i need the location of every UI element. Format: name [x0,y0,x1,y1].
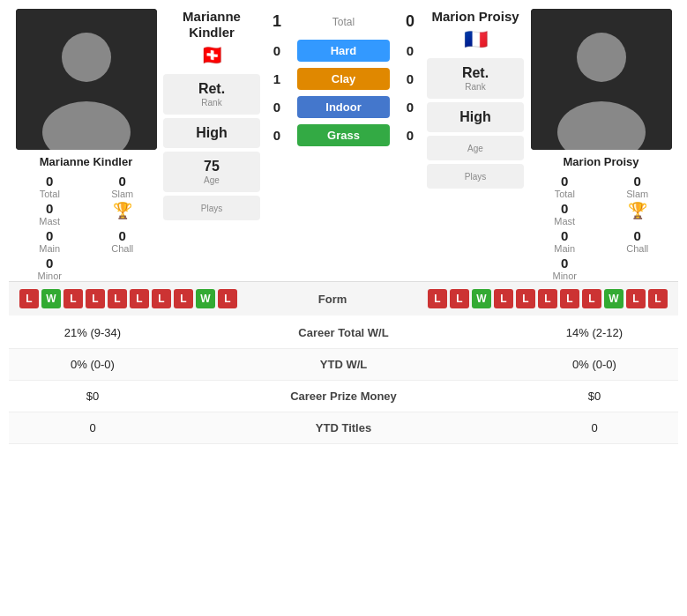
form-section: LWLLLLLLWL Form LLWLLLLLWLL [9,281,678,315]
right-stat-mast: 0 Mast [533,201,597,226]
form-badge-w: W [41,289,61,308]
left-high-box: High [163,118,260,148]
left-stat-mast: 0 Mast [18,201,82,226]
stats-left-3: 0 [22,421,163,434]
left-plays-box: Plays [163,196,260,220]
right-stat-total: 0 Total [533,174,597,199]
stats-row-3: 0 YTD Titles 0 [9,412,678,444]
form-badge-l: L [648,289,668,308]
right-player-name-header: Marion Proisy 🇫🇷 [427,9,524,51]
left-player-name: Marianne Kindler [40,155,132,168]
stats-right-3: 0 [524,421,665,434]
stats-row-1: 0% (0-0) YTD W/L 0% (0-0) [9,349,678,381]
right-trophy-icon: 🏆 [606,201,670,226]
left-player-name-header: Marianne Kindler 🇨🇭 [163,9,260,67]
stats-label-2: Career Prize Money [163,390,524,403]
stats-table: 21% (9-34) Career Total W/L 14% (2-12) 0… [9,317,678,444]
top-layout: Marianne Kindler 0 Total 0 Slam 0 Mast 🏆 [9,9,678,281]
left-player-stats: 0 Total 0 Slam 0 Mast 🏆 0 Main [9,174,163,281]
stats-right-2: $0 [524,390,665,403]
main-container: Marianne Kindler 0 Total 0 Slam 0 Mast 🏆 [0,0,687,453]
right-stat-minor: 0 Minor [533,256,597,281]
form-label: Form [306,293,359,306]
right-age-box: Age [427,136,524,160]
stats-row-2: $0 Career Prize Money $0 [9,381,678,412]
right-player-stats: 0 Total 0 Slam 0 Mast 🏆 0 Main [524,174,678,281]
left-stat-slam: 0 Slam [91,174,155,199]
left-rank-box: Ret. Rank [163,74,260,115]
right-rank-box: Ret. Rank [427,58,524,99]
form-badge-l: L [626,289,646,308]
surface-row-grass: 0 Grass 0 [264,122,423,148]
form-badge-l: L [19,289,39,308]
form-badge-w: W [604,289,624,308]
left-form-badges: LWLLLLLLWL [19,289,237,308]
surface-row-hard: 0 Hard 0 [264,38,423,63]
left-center-panel: Marianne Kindler 🇨🇭 Ret. Rank High 75 Ag… [163,9,260,224]
stats-label-3: YTD Titles [163,421,524,434]
left-player-block: Marianne Kindler 0 Total 0 Slam 0 Mast 🏆 [9,9,163,281]
left-stat-total: 0 Total [18,174,82,199]
form-badge-l: L [108,289,127,308]
right-form-badges: LLWLLLLLWLL [428,289,668,308]
form-badge-l: L [516,289,535,308]
right-stat-slam: 0 Slam [606,174,670,199]
left-trophy-icon: 🏆 [91,201,155,226]
form-badge-w: W [196,289,215,308]
form-badge-w: W [472,289,491,308]
stats-label-0: Career Total W/L [163,326,524,339]
left-stat-chall: 0 Chall [91,228,155,254]
right-high-box: High [427,102,524,132]
center-surfaces: 1 Total 0 0 Hard 0 1 Clay 0 0 Indoor [264,9,423,224]
stats-left-1: 0% (0-0) [22,358,163,371]
form-badge-l: L [63,289,83,308]
stats-label-1: YTD W/L [163,358,524,371]
right-plays-box: Plays [427,164,524,189]
form-badge-l: L [130,289,149,308]
form-badge-l: L [450,289,469,308]
form-badge-l: L [538,289,557,308]
stats-row-0: 21% (9-34) Career Total W/L 14% (2-12) [9,317,678,349]
stats-left-2: $0 [22,390,163,403]
stats-right-1: 0% (0-0) [524,358,665,371]
total-row: 1 Total 0 [264,9,423,34]
right-center-panel: Marion Proisy 🇫🇷 Ret. Rank High Age Play… [427,9,524,224]
stats-right-0: 14% (2-12) [524,326,665,339]
center-block: Marianne Kindler 🇨🇭 Ret. Rank High 75 Ag… [163,9,524,224]
right-stat-main: 0 Main [533,228,597,254]
form-badge-l: L [152,289,171,308]
stats-left-0: 21% (9-34) [22,326,163,339]
left-stat-main: 0 Main [18,228,82,254]
right-stat-chall: 0 Chall [606,228,670,254]
form-badge-l: L [494,289,513,308]
form-badge-l: L [560,289,579,308]
form-badge-l: L [218,289,237,308]
surface-row-indoor: 0 Indoor 0 [264,94,423,120]
left-player-avatar [16,9,157,150]
form-badge-l: L [428,289,447,308]
right-player-avatar [531,9,672,150]
left-age-box: 75 Age [163,152,260,192]
surface-row-clay: 1 Clay 0 [264,66,423,92]
left-stat-minor: 0 Minor [18,256,82,281]
right-player-block: Marion Proisy 0 Total 0 Slam 0 Mast 🏆 [524,9,678,281]
form-badge-l: L [86,289,105,308]
svg-point-4 [577,33,626,82]
form-badge-l: L [582,289,601,308]
right-player-name: Marion Proisy [564,155,639,168]
svg-point-1 [62,33,111,82]
form-badge-l: L [174,289,193,308]
